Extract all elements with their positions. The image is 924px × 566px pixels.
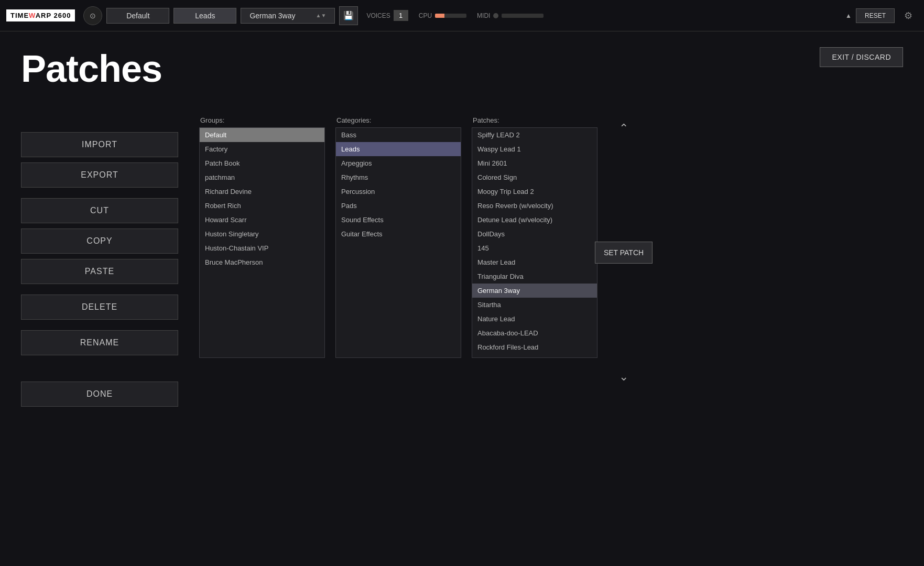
copy-button[interactable]: COPY: [21, 228, 178, 254]
midi-bar: [502, 14, 543, 18]
caret-indicator: ▲: [845, 12, 852, 19]
scroll-down-button[interactable]: ⌄: [614, 365, 634, 389]
left-panel: IMPORT EXPORT CUT COPY PASTE DELETE RENA…: [21, 116, 199, 389]
group-item[interactable]: Factory: [200, 142, 324, 156]
midi-label: MIDI: [477, 12, 490, 19]
categories-label: Categories:: [335, 116, 461, 124]
export-button[interactable]: EXPORT: [21, 162, 178, 188]
top-bar: TIMEWARP 2600 ⊙ Default Leads German 3wa…: [0, 0, 924, 31]
groups-label: Groups:: [199, 116, 325, 124]
groups-column: Groups: DefaultFactoryPatch Bookpatchman…: [199, 116, 325, 389]
category-item[interactable]: Pads: [336, 199, 461, 213]
patch-item[interactable]: Nature Lead: [472, 312, 597, 326]
group-item[interactable]: Robert Rich: [200, 199, 324, 213]
category-item[interactable]: Sound Effects: [336, 213, 461, 227]
voices-number: 1: [394, 10, 408, 21]
group-item[interactable]: Bruce MacPherson: [200, 255, 324, 269]
group-item[interactable]: Huston Singletary: [200, 227, 324, 241]
patch-item[interactable]: Spiffy LEAD 2: [472, 128, 597, 142]
main-content: IMPORT EXPORT CUT COPY PASTE DELETE RENA…: [21, 116, 903, 389]
preset-leads-btn[interactable]: Leads: [173, 8, 236, 24]
preset-default-btn[interactable]: Default: [106, 8, 169, 24]
patches-overlay: Patches EXIT / DISCARD IMPORT EXPORT CUT…: [0, 31, 924, 566]
cut-button[interactable]: CUT: [21, 198, 178, 223]
patch-item[interactable]: Master Lead: [472, 255, 597, 269]
right-controls: ⌃ SET PATCH ⌄: [597, 116, 650, 389]
categories-list[interactable]: BassLeadsArpeggiosRhythmsPercussionPadsS…: [335, 127, 461, 358]
category-item[interactable]: Guitar Effects: [336, 227, 461, 241]
exit-discard-button[interactable]: EXIT / DISCARD: [820, 47, 903, 67]
patch-item[interactable]: Abacaba-doo-LEAD: [472, 326, 597, 340]
patch-item[interactable]: Moogy Trip Lead 2: [472, 184, 597, 199]
voices-section: VOICES 1: [366, 10, 408, 21]
preset-dropdown[interactable]: German 3way ▲▼: [241, 8, 335, 24]
category-item[interactable]: Leads: [336, 142, 461, 156]
scroll-up-button[interactable]: ⌃: [614, 116, 634, 140]
patch-item[interactable]: German 3way: [472, 284, 597, 298]
save-icon-btn[interactable]: 💾: [339, 6, 358, 25]
logo-icon-btn[interactable]: ⊙: [83, 6, 102, 25]
import-button[interactable]: IMPORT: [21, 132, 178, 157]
midi-dot: [493, 13, 498, 18]
columns-area: Groups: DefaultFactoryPatch Bookpatchman…: [199, 116, 903, 389]
patch-item[interactable]: 145: [472, 241, 597, 255]
page-title: Patches: [21, 47, 903, 90]
category-item[interactable]: Arpeggios: [336, 156, 461, 170]
cpu-section: CPU: [419, 12, 466, 19]
settings-gear-icon[interactable]: ⚙: [899, 6, 918, 25]
patches-list[interactable]: Spiffy LEAD 2Waspy Lead 1Mini 2601Colore…: [472, 127, 597, 358]
group-item[interactable]: Howard Scarr: [200, 213, 324, 227]
app-logo: TIMEWARP 2600: [6, 9, 75, 21]
group-item[interactable]: Richard Devine: [200, 184, 324, 199]
group-item[interactable]: Huston-Chastain VIP: [200, 241, 324, 255]
dropdown-value: German 3way: [249, 12, 295, 20]
group-item[interactable]: patchman: [200, 170, 324, 184]
dropdown-arrow-icon: ▲▼: [316, 13, 327, 18]
done-button[interactable]: DONE: [21, 382, 178, 407]
patch-item[interactable]: DollDays: [472, 227, 597, 241]
patch-item[interactable]: Sitartha: [472, 298, 597, 312]
patches-column: Patches: Spiffy LEAD 2Waspy Lead 1Mini 2…: [472, 116, 597, 389]
group-item[interactable]: Default: [200, 128, 324, 142]
patch-item[interactable]: Triangular Diva: [472, 269, 597, 284]
patch-item[interactable]: Rockford Files-Lead: [472, 340, 597, 354]
patch-item[interactable]: Grand Illusion-LEAD: [472, 354, 597, 358]
rename-button[interactable]: RENAME: [21, 330, 178, 355]
category-item[interactable]: Percussion: [336, 184, 461, 199]
category-item[interactable]: Bass: [336, 128, 461, 142]
set-patch-button[interactable]: SET PATCH: [595, 242, 653, 264]
categories-column: Categories: BassLeadsArpeggiosRhythmsPer…: [335, 116, 461, 389]
cpu-label: CPU: [419, 12, 432, 19]
category-item[interactable]: Rhythms: [336, 170, 461, 184]
groups-list[interactable]: DefaultFactoryPatch BookpatchmanRichard …: [199, 127, 325, 358]
cpu-bar: [435, 14, 466, 18]
voices-label: VOICES: [366, 12, 390, 19]
patches-label: Patches:: [472, 116, 597, 124]
cpu-fill: [435, 14, 444, 18]
midi-section: MIDI: [477, 12, 543, 19]
patch-item[interactable]: Detune Lead (w/velocity): [472, 213, 597, 227]
patch-item[interactable]: Mini 2601: [472, 156, 597, 170]
delete-button[interactable]: DELETE: [21, 295, 178, 320]
patch-item[interactable]: Reso Reverb (w/velocity): [472, 199, 597, 213]
paste-button[interactable]: PASTE: [21, 259, 178, 284]
group-item[interactable]: Patch Book: [200, 156, 324, 170]
reset-button[interactable]: RESET: [856, 8, 895, 23]
patch-item[interactable]: Colored Sign: [472, 170, 597, 184]
patch-item[interactable]: Waspy Lead 1: [472, 142, 597, 156]
